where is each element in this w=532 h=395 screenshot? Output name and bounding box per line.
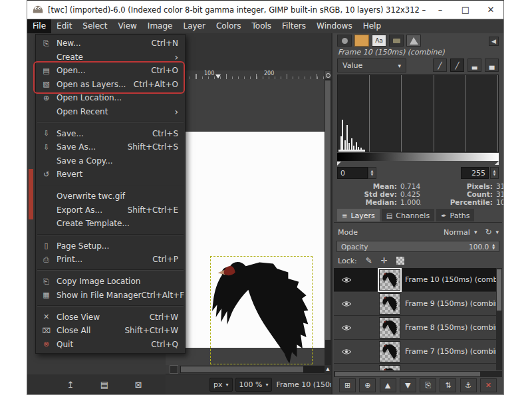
lower-layer-button[interactable]: ▼ <box>400 378 416 392</box>
menu-item[interactable]: Save a Copy... <box>36 154 185 168</box>
scrollbar-thumb[interactable] <box>181 366 303 372</box>
histogram-style-button[interactable]: ▃ <box>467 59 481 72</box>
menubar-item[interactable]: Select <box>77 19 112 34</box>
layer-row[interactable]: Frame 9 (150ms) (combin <box>334 292 502 316</box>
unit-dropdown[interactable]: px ▾ <box>209 378 233 392</box>
canvas-horizontal-scrollbar[interactable] <box>180 366 325 373</box>
menu-item[interactable]: ↺ Revert <box>36 168 185 182</box>
mode-value[interactable]: Normal <box>444 228 470 237</box>
visibility-eye-icon[interactable] <box>334 301 359 307</box>
merge-layer-button[interactable]: ⇅ <box>440 378 456 392</box>
canvas-vertical-scrollbar[interactable] <box>325 79 331 365</box>
layers-panel-tab[interactable]: ▤ Channels <box>382 209 434 221</box>
lock-position-icon[interactable]: ✛ <box>381 256 388 265</box>
menu-item[interactable]: ⎗ Copy Image Location <box>36 275 185 289</box>
minimize-button[interactable]: – <box>428 1 453 19</box>
menu-item[interactable]: ⌧ Close All Shift+Ctrl+W <box>36 324 185 338</box>
menubar-item[interactable]: Colors <box>211 19 247 34</box>
range-handle-right[interactable] <box>495 161 499 165</box>
quick-mask-toggle[interactable] <box>170 365 178 374</box>
navigation-button[interactable]: ▲ <box>325 365 331 374</box>
menu-item[interactable]: ▤ Open... Ctrl+O <box>36 64 185 78</box>
menubar-item[interactable]: File <box>27 19 51 34</box>
zoom-follow-button[interactable] <box>325 70 331 79</box>
new-layer-button[interactable]: ⊞ <box>339 378 356 392</box>
visibility-eye-icon[interactable] <box>334 277 359 283</box>
layers-horizontal-scrollbar[interactable] <box>334 371 502 377</box>
layer-row[interactable]: Frame 8 (150ms) (combin <box>334 316 502 340</box>
menubar-item[interactable]: Windows <box>311 19 358 34</box>
lock-pixels-icon[interactable]: ✎ <box>366 256 372 265</box>
maximize-button[interactable]: □ <box>453 1 478 19</box>
lock-alpha-icon[interactable] <box>396 257 404 265</box>
range-max-input[interactable]: 255 <box>461 167 489 179</box>
image-canvas[interactable] <box>186 132 325 348</box>
new-layer-group-button[interactable]: ⊕ <box>359 378 376 392</box>
opacity-spinner[interactable]: ▲ ▼ <box>492 243 495 250</box>
menubar-item[interactable]: Tools <box>247 19 277 34</box>
menu-item[interactable]: ⎙ Print... Ctrl+P <box>36 253 185 267</box>
layer-row[interactable]: Frame 6 (150ms) (combin <box>334 364 502 370</box>
patterns-tab[interactable] <box>354 35 369 47</box>
raise-layer-button[interactable]: ▲ <box>380 378 396 392</box>
menubar-item[interactable]: Layer <box>178 19 210 34</box>
duplicate-layer-button[interactable]: ⎘ <box>420 378 436 392</box>
layers-panel-tab[interactable]: ✒ Paths <box>436 209 474 221</box>
logarithmic-histogram-button[interactable]: ╱ <box>450 59 464 72</box>
canvas-viewport[interactable] <box>166 79 325 365</box>
layers-scrollbar[interactable] <box>496 268 502 370</box>
menubar-item[interactable]: Edit <box>51 19 77 34</box>
menubar-item[interactable]: View <box>112 19 142 34</box>
range-handle-left[interactable] <box>337 162 341 166</box>
menu-item[interactable]: ▯ Page Setup... <box>36 239 185 253</box>
linear-histogram-button[interactable]: ╱ <box>433 59 447 72</box>
menu-item[interactable]: Open Recent › <box>36 105 185 119</box>
scrollbar-thumb[interactable] <box>497 269 501 311</box>
configure-tab-button[interactable]: ◀ <box>489 37 499 46</box>
menu-item[interactable]: ⇩ Save... Ctrl+S <box>36 127 185 141</box>
paste-buffer-button[interactable]: ▤ <box>99 380 110 390</box>
layer-row[interactable]: Frame 7 (150ms) (combin <box>334 340 502 364</box>
brushes-tab[interactable] <box>337 35 352 47</box>
range-min-spinner[interactable]: ▲ ▼ <box>368 167 376 179</box>
menu-item[interactable]: ⊗ Quit Ctrl+Q <box>36 337 185 351</box>
fonts-tab[interactable]: Aa <box>372 35 386 47</box>
anchor-layer-button[interactable]: ⚓ <box>460 378 477 392</box>
layers-panel-tab[interactable]: ≡ Layers <box>337 209 380 221</box>
menu-item[interactable]: ▧ Open as Layers... Ctrl+Alt+O <box>36 78 185 92</box>
menubar-item[interactable]: Filters <box>277 19 311 34</box>
menubar-item[interactable]: Image <box>142 19 178 34</box>
menu-item[interactable]: Export As... Shift+Ctrl+E <box>36 203 185 217</box>
histogram-style-button-2[interactable]: ▄ <box>485 59 499 72</box>
horizontal-ruler[interactable]: 100 200 <box>166 70 325 80</box>
menu-item[interactable]: Overwrite twc.gif <box>36 190 185 203</box>
layer-row[interactable]: Frame 10 (150ms) (combi <box>334 268 502 292</box>
reset-mode-icon[interactable]: ↻ <box>485 227 491 237</box>
zoom-dropdown[interactable]: 100 % ▾ <box>235 378 273 392</box>
histogram-tab[interactable] <box>406 35 421 47</box>
opacity-slider[interactable]: Opacity 100.0 ▲ ▼ <box>336 241 499 252</box>
menu-item[interactable]: ▦ Show in File Manager Ctrl+Alt+F <box>36 288 185 302</box>
menu-item[interactable]: ✕ Close View Ctrl+W <box>36 310 185 324</box>
chevron-down-icon[interactable]: ▾ <box>474 229 477 235</box>
chevron-down-icon[interactable]: ▾ <box>495 229 499 235</box>
document-history-tab[interactable] <box>389 35 404 47</box>
menu-item[interactable]: Create Template... <box>36 217 185 231</box>
range-max-spinner[interactable]: ▲ ▼ <box>490 167 499 179</box>
scrollbar-thumb[interactable] <box>335 372 480 376</box>
delete-buffer-button[interactable]: ⊠ <box>133 380 144 390</box>
menu-item[interactable]: ⊕ Open Location... <box>36 91 185 105</box>
close-button[interactable]: ✕ <box>478 1 503 19</box>
panel-grip[interactable]: ··· <box>332 201 503 208</box>
menu-item[interactable]: ⇩ Save As... Shift+Ctrl+S <box>36 140 185 154</box>
channel-dropdown[interactable]: Value ▾ <box>337 59 406 72</box>
menubar-item[interactable]: Help <box>358 19 386 34</box>
scrollbar-thumb[interactable] <box>325 80 331 340</box>
menu-item[interactable]: Create › <box>36 51 185 65</box>
raise-bottom-button[interactable]: ↥ <box>65 380 76 390</box>
visibility-eye-icon[interactable] <box>334 348 359 355</box>
visibility-eye-icon[interactable] <box>334 325 359 331</box>
menu-item[interactable]: ⎘ New... Ctrl+N <box>36 37 185 51</box>
range-min-input[interactable]: 0 <box>337 167 368 179</box>
delete-layer-button[interactable]: ✕ <box>480 378 497 392</box>
